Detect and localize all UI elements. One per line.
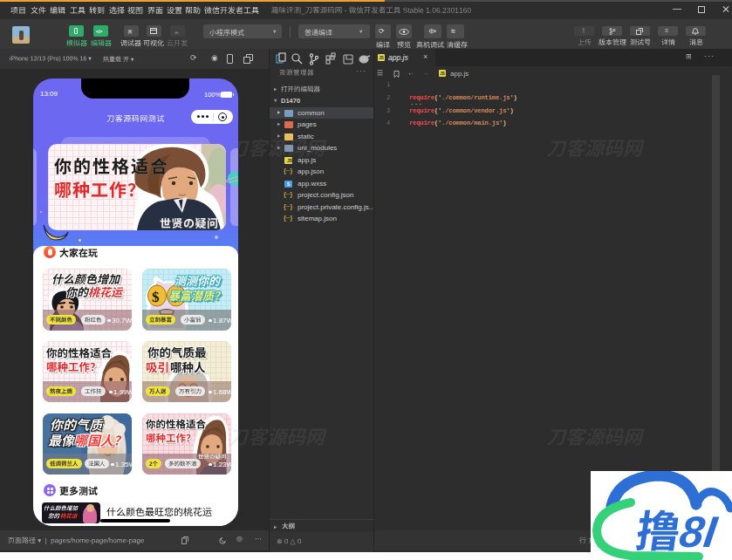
svg-text:$: $: [152, 289, 160, 305]
